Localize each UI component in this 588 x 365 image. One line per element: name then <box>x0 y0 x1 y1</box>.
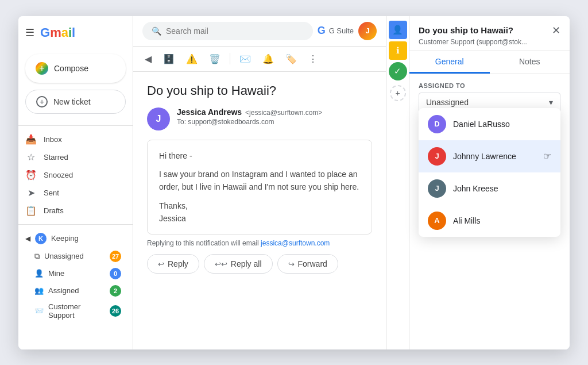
customer-support-label: Customer Support <box>48 302 105 320</box>
compose-button[interactable]: + Compose <box>25 54 126 83</box>
agent-avatar-ali: A <box>428 212 446 230</box>
keeping-section: ◀ K Keeping ⧉ Unassigned 27 👤 Mine 0 👥 A… <box>18 229 133 322</box>
agent-item-johnny[interactable]: J Johnny Lawrence ☞ <box>419 140 560 172</box>
panel-subtitle: Customer Support (support@stok... <box>419 38 560 46</box>
snooze-button[interactable]: 🔔 <box>260 51 276 67</box>
email-toolbar: ◀ 🗄️ ⚠️ 🗑️ ✉️ 🔔 🏷️ ⋮ <box>133 47 386 72</box>
sidebar-divider <box>18 125 133 126</box>
main-content: 🔍 G G Suite J ◀ 🗄️ ⚠️ 🗑️ ✉️ 🔔 🏷️ ⋮ Do yo… <box>133 16 386 349</box>
reply-label: Reply <box>168 259 188 268</box>
delete-button[interactable]: 🗑️ <box>207 51 223 67</box>
reply-all-button[interactable]: ↩↩ Reply all <box>204 254 273 274</box>
reply-all-arrow-icon: ↩↩ <box>215 260 227 268</box>
keeping-k-icon: K <box>35 233 47 244</box>
label-button[interactable]: 🏷️ <box>283 51 299 67</box>
user-avatar[interactable]: J <box>358 22 377 40</box>
email-sender-info: J Jessica Andrews <jessica@surftown.com>… <box>147 107 372 130</box>
side-icon-check[interactable]: ✓ <box>389 62 407 80</box>
mine-badge: 0 <box>110 268 121 279</box>
forward-arrow-icon: ↪ <box>288 260 295 268</box>
sender-info: Jessica Andrews <jessica@surftown.com> T… <box>177 107 372 126</box>
sidebar-item-customer-support[interactable]: 📨 Customer Support 26 <box>18 299 128 322</box>
agent-item-john[interactable]: J John Kreese <box>419 172 560 205</box>
right-panel: Do you ship to Hawaii? ✕ Customer Suppor… <box>409 16 570 349</box>
email-body-card: Hi there - I saw your brand on Instagram… <box>147 140 372 235</box>
gsuite-g-icon: G <box>318 25 326 37</box>
sidebar-item-drafts[interactable]: 📋 Drafts <box>18 202 128 220</box>
assigned-badge: 2 <box>110 285 121 297</box>
snoozed-label: Snoozed <box>44 171 121 179</box>
panel-close-button[interactable]: ✕ <box>552 24 560 37</box>
reply-button[interactable]: ↩ Reply <box>147 254 199 274</box>
keeping-label: Keeping <box>51 234 79 243</box>
sidebar-item-unassigned[interactable]: ⧉ Unassigned 27 <box>18 248 128 265</box>
snoozed-icon: ⏰ <box>25 170 37 180</box>
person-icon: 👤 <box>34 269 44 278</box>
sidebar: ☰ Gmail + Compose + New ticket 📥 Inbox ☆… <box>18 16 133 349</box>
panel-title-text: Do you ship to Hawaii? <box>419 25 513 35</box>
archive-button[interactable]: 🗄️ <box>161 51 177 67</box>
notification-text: Replying to this notification will email <box>147 239 261 247</box>
gsuite-badge: G G Suite <box>318 25 354 37</box>
panel-title-row: Do you ship to Hawaii? ✕ <box>419 24 560 37</box>
new-ticket-icon: + <box>36 96 48 107</box>
assigned-value: Unassigned <box>426 98 469 107</box>
gmail-logo: Gmail <box>40 25 75 40</box>
chevron-left-icon: ◀ <box>25 235 30 243</box>
search-bar[interactable]: 🔍 <box>142 22 313 40</box>
body-line2: I saw your brand on Instagram and I want… <box>159 168 360 194</box>
side-icon-info[interactable]: ℹ <box>389 41 407 60</box>
sidebar-item-sent[interactable]: ➤ Sent <box>18 184 128 202</box>
sidebar-item-snoozed[interactable]: ⏰ Snoozed <box>18 166 128 184</box>
agent-avatar-john: J <box>428 179 446 198</box>
email-subject: Do you ship to Hawaii? <box>147 83 372 98</box>
sender-avatar: J <box>147 107 170 130</box>
sender-to: To: support@stokedboards.com <box>177 118 372 126</box>
body-line4: Jessica <box>159 212 360 225</box>
cursor-icon: ☞ <box>543 151 551 162</box>
side-icon-plus[interactable]: + <box>390 85 406 101</box>
agent-item-ali[interactable]: A Ali Mills <box>419 205 560 237</box>
toolbar-separator <box>230 53 230 64</box>
chevron-down-icon: ▾ <box>549 98 553 107</box>
layers-icon: ⧉ <box>34 252 40 261</box>
forward-button[interactable]: ↪ Forward <box>277 254 338 274</box>
people-icon: 👥 <box>34 286 44 295</box>
reply-arrow-icon: ↩ <box>158 260 164 268</box>
email-view: Do you ship to Hawaii? J Jessica Andrews… <box>133 72 386 349</box>
gsuite-label: G Suite <box>329 26 354 35</box>
more-button[interactable]: ⋮ <box>306 51 320 67</box>
reply-all-label: Reply all <box>231 259 262 268</box>
keeping-divider <box>18 224 133 225</box>
hamburger-icon[interactable]: ☰ <box>25 26 34 39</box>
sidebar-item-starred[interactable]: ☆ Starred <box>18 148 128 166</box>
compose-plus-icon: + <box>36 62 48 75</box>
search-icon: 🔍 <box>152 26 161 36</box>
new-ticket-button[interactable]: + New ticket <box>25 90 126 114</box>
spam-button[interactable]: ⚠️ <box>184 51 200 67</box>
panel-tabs: General Notes <box>409 51 570 74</box>
inbox-sub-icon: 📨 <box>34 306 44 315</box>
email-notification: Replying to this notification will email… <box>147 239 372 247</box>
sidebar-item-inbox[interactable]: 📥 Inbox <box>18 130 128 148</box>
keeping-header[interactable]: ◀ K Keeping <box>18 229 133 248</box>
new-ticket-label: New ticket <box>53 97 91 106</box>
sidebar-item-mine[interactable]: 👤 Mine 0 <box>18 265 128 282</box>
sidebar-item-assigned[interactable]: 👥 Assigned 2 <box>18 282 128 299</box>
mine-label: Mine <box>48 269 105 278</box>
back-button[interactable]: ◀ <box>142 51 154 67</box>
agent-item-daniel[interactable]: D Daniel LaRusso <box>419 108 560 140</box>
agent-avatar-daniel: D <box>428 115 446 133</box>
notification-email-link[interactable]: jessica@surftown.com <box>261 239 330 247</box>
drafts-icon: 📋 <box>25 205 37 216</box>
assigned-to-label: ASSIGNED TO <box>419 82 560 89</box>
tab-general[interactable]: General <box>409 51 490 74</box>
tab-notes[interactable]: Notes <box>490 51 570 74</box>
search-input[interactable] <box>166 26 304 36</box>
mark-read-button[interactable]: ✉️ <box>237 51 253 67</box>
side-icon-bar: 👤 ℹ ✓ + <box>386 16 409 349</box>
side-icon-person[interactable]: 👤 <box>389 21 407 39</box>
starred-icon: ☆ <box>25 152 37 163</box>
unassigned-label: Unassigned <box>44 252 105 260</box>
starred-label: Starred <box>44 153 121 162</box>
